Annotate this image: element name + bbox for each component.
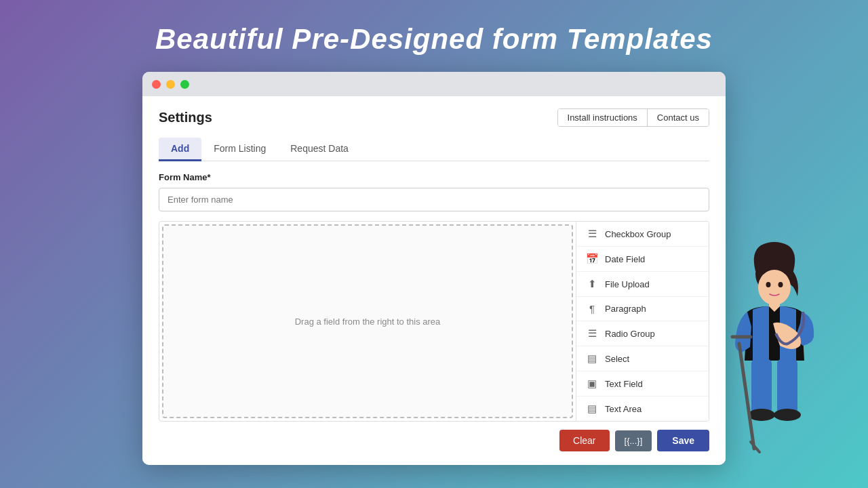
save-button[interactable]: Save (657, 430, 709, 451)
paragraph-icon: ¶ (586, 303, 598, 314)
form-name-input[interactable] (159, 188, 709, 211)
tabs-container: Add Form Listing Request Data (159, 138, 709, 161)
svg-rect-5 (751, 359, 772, 413)
drop-zone: Drag a field from the right to this area (162, 224, 573, 418)
field-label-text-field: Text Field (605, 379, 643, 389)
svg-point-1 (758, 270, 791, 305)
app-window: Settings Install instructions Contact us… (142, 72, 726, 465)
tab-form-listing[interactable]: Form Listing (201, 138, 278, 161)
field-label-select: Select (605, 354, 629, 364)
drop-zone-text: Drag a field from the right to this area (295, 317, 441, 327)
settings-area: Settings Install instructions Contact us… (142, 96, 726, 465)
field-panel: ☰ Checkbox Group 📅 Date Field ⬆ File Upl… (576, 222, 709, 421)
svg-line-11 (751, 442, 760, 452)
field-label-paragraph: Paragraph (605, 304, 646, 314)
field-label-radio-group: Radio Group (605, 329, 655, 339)
field-item-file-upload[interactable]: ⬆ File Upload (576, 272, 709, 297)
header-buttons: Install instructions Contact us (557, 108, 709, 127)
close-dot (152, 80, 161, 89)
text-field-icon: ▣ (586, 378, 598, 390)
field-label-checkbox-group: Checkbox Group (605, 229, 671, 239)
field-label-date-field: Date Field (605, 254, 645, 264)
file-upload-icon: ⬆ (586, 278, 598, 290)
minimize-dot (166, 80, 175, 89)
svg-point-2 (766, 282, 771, 287)
json-button[interactable]: [{...}] (615, 430, 652, 451)
action-bar: Clear [{...}] Save (159, 422, 709, 451)
field-item-radio-group[interactable]: ☰ Radio Group (576, 321, 709, 346)
tab-add[interactable]: Add (159, 138, 201, 161)
field-label-text-area: Text Area (605, 404, 642, 414)
tab-request-data[interactable]: Request Data (278, 138, 361, 161)
svg-point-7 (748, 409, 775, 421)
radio-group-icon: ☰ (586, 327, 598, 340)
install-instructions-button[interactable]: Install instructions (558, 109, 648, 126)
contact-us-button[interactable]: Contact us (648, 109, 709, 126)
checkbox-group-icon: ☰ (586, 228, 598, 240)
field-item-text-area[interactable]: ▤ Text Area (576, 396, 709, 421)
maximize-dot (180, 80, 189, 89)
window-titlebar (142, 72, 726, 96)
builder-area: Drag a field from the right to this area… (159, 221, 709, 422)
field-item-select[interactable]: ▤ Select (576, 346, 709, 371)
svg-point-8 (774, 409, 801, 421)
page-title: Beautiful Pre-Designed form Templates (155, 23, 713, 56)
form-name-label: Form Name* (159, 172, 709, 182)
select-icon: ▤ (586, 352, 598, 365)
field-item-paragraph[interactable]: ¶ Paragraph (576, 297, 709, 321)
svg-point-3 (778, 282, 783, 287)
svg-rect-6 (777, 359, 797, 413)
clear-button[interactable]: Clear (559, 430, 609, 451)
settings-header: Settings Install instructions Contact us (159, 108, 709, 127)
field-label-file-upload: File Upload (605, 279, 650, 289)
field-item-date-field[interactable]: 📅 Date Field (576, 247, 709, 272)
date-field-icon: 📅 (586, 253, 598, 265)
field-item-checkbox-group[interactable]: ☰ Checkbox Group (576, 222, 709, 247)
text-area-icon: ▤ (586, 403, 598, 415)
character-illustration (727, 239, 822, 469)
settings-title: Settings (159, 110, 212, 125)
field-item-text-field[interactable]: ▣ Text Field (576, 371, 709, 396)
